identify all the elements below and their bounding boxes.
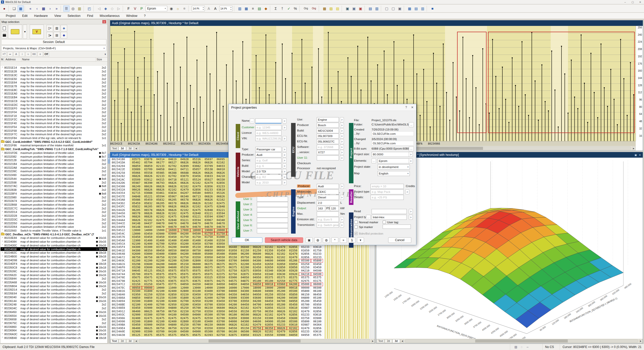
vin-input[interactable]: e.g. WAUZZZ8E35A23 <box>255 136 281 141</box>
map-list-item[interactable]: *80232D50maximum position limitation of … <box>1 221 107 225</box>
motorcode-input[interactable]: CEKC <box>317 189 339 194</box>
ecu-producer-expand-button[interactable]: > <box>340 123 344 128</box>
win-a-icon[interactable]: ▦ <box>407 6 413 12</box>
ecu-nr-1-input[interactable]: 05L907309 <box>317 134 339 139</box>
comment-icon[interactable]: ❛ <box>331 237 338 243</box>
transmission-expand-button[interactable]: > <box>340 223 344 228</box>
scroll-right-icon[interactable]: ▶ <box>632 147 636 150</box>
panel-splitter[interactable]: ◂▸ <box>108 19 110 343</box>
model-year-expand-button[interactable]: > <box>283 180 287 185</box>
series-input[interactable]: e.g. Golf <box>255 158 281 163</box>
user11-input[interactable] <box>317 155 339 160</box>
price-input[interactable]: empty = 10 <box>371 184 404 189</box>
recycle-icon[interactable]: ▥ <box>76 6 83 12</box>
details-input[interactable]: e.g. +25 PS <box>371 195 404 200</box>
map-list-item[interactable]: *80232980maximum position limitation of … <box>1 195 107 199</box>
map-list-item[interactable]: *80233E84map of desired value for combus… <box>1 236 107 240</box>
menu-view[interactable]: View <box>51 13 64 18</box>
map-list-item[interactable]: *80231E78map for the minimum limit of th… <box>1 84 107 88</box>
map-list-item[interactable]: *80232A74maximum position limitation of … <box>1 199 107 203</box>
use-input[interactable]: Engine <box>317 117 339 122</box>
ecu-build-input[interactable]: MD1CS004 <box>317 128 339 133</box>
opt-c-icon[interactable]: ▣ <box>397 6 403 12</box>
chip-red-icon[interactable]: ▣ <box>357 6 364 12</box>
eng-producer-input[interactable]: Audi <box>317 184 339 189</box>
scroll-right-icon[interactable]: ▶ <box>639 339 643 343</box>
map-list-item[interactable]: *80232D3Cmaximum position limitation of … <box>1 217 107 221</box>
tab-2d[interactable]: 2d <box>385 339 392 343</box>
point-size-spinner[interactable]: 14 Pt▲▼ <box>192 6 205 11</box>
map-list-item[interactable]: *80232C7Cmaximum position limitation of … <box>1 206 107 210</box>
tab-3d[interactable]: 3d <box>392 339 400 343</box>
filter-i[interactable]: i <box>19 52 25 57</box>
org-apply-icon[interactable]: Org <box>310 6 318 12</box>
ok-button[interactable]: OK <box>232 237 262 243</box>
build-input[interactable]: e.g. 6 <box>255 163 281 168</box>
map-list-item[interactable]: *80232D14maximum position limitation of … <box>1 210 107 214</box>
map-group-row[interactable]: GEC_CordLimInMnf: "SWS-VWAG 4.2.0-4.2.0 … <box>1 140 107 144</box>
ecu-nr-1-expand-button[interactable]: > <box>340 134 344 139</box>
map-list-item[interactable]: *80235A68map of desired value for combus… <box>1 281 107 284</box>
auto-map-icon[interactable]: ▨ <box>54 25 60 31</box>
filter-off[interactable]: Off <box>44 52 49 57</box>
user11-expand-button[interactable]: > <box>340 155 344 160</box>
menu-selection[interactable]: Selection <box>64 13 84 18</box>
new-window-icon[interactable]: ❏ <box>11 6 17 12</box>
build-expand-button[interactable]: > <box>283 163 287 168</box>
map-list-item[interactable]: *8023482Cmap of desired value for combus… <box>1 251 107 255</box>
map-list-item[interactable]: *80236658map of desired value for combus… <box>1 318 107 321</box>
user7-input[interactable] <box>257 228 288 233</box>
software-expand-button[interactable]: > <box>340 145 344 150</box>
nav-first-icon[interactable]: « <box>27 6 33 12</box>
selection-rectangle[interactable] <box>488 32 635 133</box>
nav-prev-icon[interactable]: ‹ <box>34 6 40 12</box>
window-arrange-icon[interactable]: ◰ <box>86 6 92 12</box>
dialog-titlebar[interactable]: Project properties ? ✕ <box>229 104 416 111</box>
map-list-item[interactable]: *80236A3Cmap of desired value for combus… <box>1 332 107 336</box>
folder-browse-button[interactable]: ... <box>409 122 414 127</box>
ecu-producer-input[interactable]: Bosch <box>317 123 339 128</box>
map-list-item[interactable]: *80232D64maximum position limitation of … <box>1 225 107 229</box>
tab-text[interactable]: Text <box>111 147 118 150</box>
eng-type-input[interactable]: Diesel <box>317 195 339 200</box>
tab-2d[interactable]: 2d <box>118 147 126 150</box>
project-size-expand-button[interactable]: > <box>409 152 413 157</box>
read-expand-button[interactable]: > <box>409 209 413 214</box>
output-kw-input[interactable]: 120 <box>330 206 339 211</box>
cascade-windows-icon[interactable]: ▦ <box>18 6 24 12</box>
type-expand-button[interactable]: > <box>283 147 287 152</box>
map-group-row[interactable]: GEC_DesBas_mCh: "SWS-VWAG 4.1.0-4.1.0 GE… <box>1 232 107 236</box>
hexgraph-titlebar[interactable]: Audi (Original damos maps), 05L907309 , … <box>110 20 643 26</box>
ecu-build-expand-button[interactable]: > <box>340 128 344 133</box>
map-group-row[interactable]: GEC_CordLimRngTvh: "SWS-VWAG 7.1.0-7.1.0… <box>1 147 107 151</box>
open-project-icon[interactable] <box>8 25 22 39</box>
res-project-type-input[interactable]: e.g. Map Pack <box>371 189 404 194</box>
transmission-input[interactable]: e.g. Switch gear <box>317 223 339 228</box>
map-list-item[interactable]: *80231F68map for the minimum limit of th… <box>1 129 107 133</box>
map-list-item[interactable]: *802321B4maximum position limitation of … <box>1 162 107 166</box>
text-view-icon[interactable]: ≡ <box>250 6 256 12</box>
prev-diff-icon[interactable]: ◁ <box>96 6 102 12</box>
key-icon[interactable]: ¤ <box>181 6 187 12</box>
map-list-item[interactable]: *80231FDEmaximum position limitation of … <box>1 151 107 155</box>
map-list-item[interactable]: *80234084map of desired value for combus… <box>1 240 107 244</box>
view-v-icon[interactable]: V <box>132 6 138 12</box>
map-list-item[interactable]: *80232082maximum position limitation of … <box>1 155 107 158</box>
paste-icon[interactable]: ▣ <box>306 237 313 243</box>
map-yellow2-icon[interactable]: ▨ <box>335 6 341 12</box>
elements-more-button[interactable]: ... <box>372 158 376 163</box>
map-list-item[interactable]: *80232544maximum position limitation of … <box>1 177 107 181</box>
menu-edit[interactable]: Edit <box>19 13 31 18</box>
map-list-item[interactable]: *80236554map of desired value for combus… <box>1 314 107 318</box>
chip2-icon[interactable]: ▣ <box>351 6 357 12</box>
maximize-button[interactable]: ▢ <box>629 0 636 4</box>
project-size-input[interactable]: 80.0000 <box>372 152 409 157</box>
map-list-item[interactable]: *80232B68maximum position limitation of … <box>1 203 107 207</box>
map-list-item[interactable]: *80232490maximum position limitation of … <box>1 173 107 177</box>
next-diff-icon[interactable]: ▷ <box>116 6 122 12</box>
eng-producer-expand-button[interactable]: > <box>340 184 344 189</box>
customer-no-input[interactable]: e.g. 12345 <box>255 125 281 130</box>
map-list-item[interactable]: *80236144map of desired value for combus… <box>1 299 107 303</box>
final-blue-icon[interactable]: ■ <box>429 6 435 12</box>
emission-expand-button[interactable]: > <box>340 217 344 222</box>
